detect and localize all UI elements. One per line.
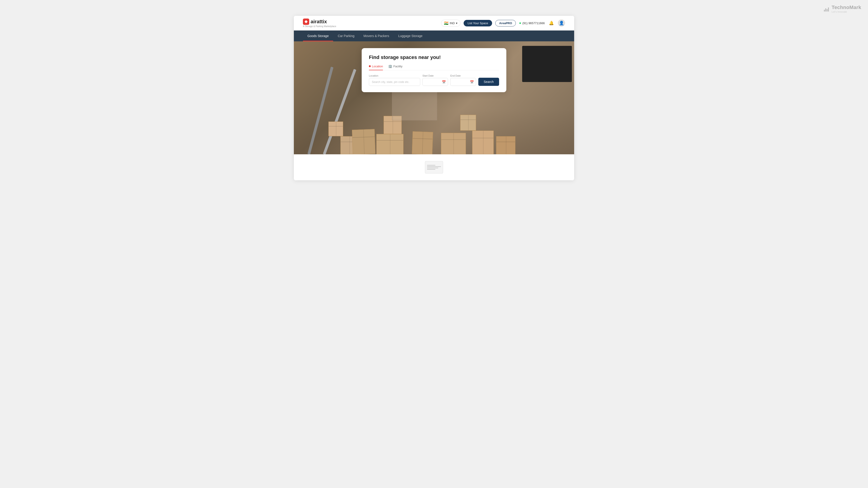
start-date-field-group: Start Date 04/07/2024 📅 xyxy=(423,74,448,86)
brand-name: TechnoMark xyxy=(832,4,861,10)
header-right: 🇮🇳 IND ▾ List Your Space AreaPRO ● (91) … xyxy=(441,20,565,27)
logo-subtitle: A Storage & Parking Marketplace xyxy=(303,25,336,28)
chevron-down-icon: ▾ xyxy=(456,22,458,25)
nav-item-car-parking[interactable]: Car Parking xyxy=(333,31,359,41)
end-date-field-group: End Date 02/08/2024 📅 xyxy=(450,74,476,86)
box-6 xyxy=(412,131,433,154)
location-field-group: Location xyxy=(369,74,420,86)
area-pro-button[interactable]: AreaPRO xyxy=(495,20,516,26)
whatsapp-icon: ● xyxy=(519,21,521,25)
site-container: airattix A Storage & Parking Marketplace… xyxy=(294,16,574,180)
thumb-line-2 xyxy=(427,166,441,167)
thumbnail-content xyxy=(425,163,443,171)
notification-button[interactable]: 🔔 xyxy=(548,20,555,26)
watermark: TechnoMark Let's Innovate xyxy=(824,4,861,13)
tv-screen-decoration xyxy=(522,46,572,82)
location-label: Location xyxy=(369,74,420,77)
box-3 xyxy=(352,129,375,154)
brand-tagline: Let's Innovate xyxy=(832,10,861,13)
svg-rect-2 xyxy=(827,9,828,11)
nav-item-movers-packers[interactable]: Movers & Packers xyxy=(359,31,394,41)
end-date-wrapper: 02/08/2024 📅 xyxy=(450,78,476,86)
nav-item-luggage-storage[interactable]: Luggage Storage xyxy=(394,31,427,41)
start-date-label: Start Date xyxy=(423,74,448,77)
header: airattix A Storage & Parking Marketplace… xyxy=(294,16,574,31)
search-tabs: Location 🏢 Facility xyxy=(369,64,499,70)
box-2 xyxy=(329,122,343,136)
start-date-input[interactable]: 04/07/2024 xyxy=(423,78,448,86)
thumb-line-1 xyxy=(427,165,435,166)
list-space-button[interactable]: List Your Space xyxy=(464,20,492,26)
end-date-input[interactable]: 02/08/2024 xyxy=(450,78,476,86)
user-avatar[interactable]: 👤 xyxy=(558,20,565,27)
country-selector[interactable]: 🇮🇳 IND ▾ xyxy=(441,20,460,27)
search-title: Find storage spaces near you! xyxy=(369,55,499,60)
nav-bar: Goods Storage Car Parking Movers & Packe… xyxy=(294,31,574,41)
end-date-label: End Date xyxy=(450,74,476,77)
box-10 xyxy=(460,115,476,131)
country-code: IND xyxy=(450,22,455,25)
watermark-text-block: TechnoMark Let's Innovate xyxy=(832,4,861,13)
search-fields: Location Start Date 04/07/2024 📅 End Dat xyxy=(369,74,499,86)
tab-location[interactable]: Location xyxy=(369,64,383,70)
logo-diamond xyxy=(305,20,308,23)
start-date-wrapper: 04/07/2024 📅 xyxy=(423,78,448,86)
bottom-section xyxy=(294,154,574,180)
nav-item-goods-storage[interactable]: Goods Storage xyxy=(303,31,333,41)
logo-icon xyxy=(303,19,309,25)
bottom-thumbnail xyxy=(425,161,443,173)
phone-area: ● (91) 9657711666 xyxy=(519,21,545,25)
logo: airattix xyxy=(303,19,336,25)
thumb-line-3 xyxy=(427,168,438,168)
page-wrapper: TechnoMark Let's Innovate airattix A Sto… xyxy=(0,0,868,185)
box-9 xyxy=(496,136,515,154)
flag-icon: 🇮🇳 xyxy=(444,21,448,25)
tab-facility[interactable]: 🏢 Facility xyxy=(388,64,402,70)
logo-text: airattix xyxy=(311,19,327,25)
logo-area: airattix A Storage & Parking Marketplace xyxy=(303,19,336,28)
thumb-line-4 xyxy=(427,169,435,170)
hero-section: Find storage spaces near you! Location 🏢… xyxy=(294,41,574,154)
search-widget: Find storage spaces near you! Location 🏢… xyxy=(362,48,506,92)
tab-location-label: Location xyxy=(372,65,383,68)
svg-rect-0 xyxy=(824,10,825,11)
watermark-icon xyxy=(824,6,830,12)
search-button[interactable]: Search xyxy=(478,78,499,86)
svg-rect-3 xyxy=(828,7,829,11)
box-7 xyxy=(441,133,466,154)
svg-rect-1 xyxy=(825,8,826,11)
box-8 xyxy=(472,131,494,154)
user-icon: 👤 xyxy=(559,21,564,26)
location-input[interactable] xyxy=(369,78,420,86)
facility-building-icon: 🏢 xyxy=(388,64,392,68)
tab-facility-label: Facility xyxy=(393,65,402,68)
location-dot-icon xyxy=(369,65,371,67)
bell-icon: 🔔 xyxy=(549,21,554,26)
box-4 xyxy=(376,134,403,154)
phone-number: (91) 9657711666 xyxy=(522,22,545,25)
